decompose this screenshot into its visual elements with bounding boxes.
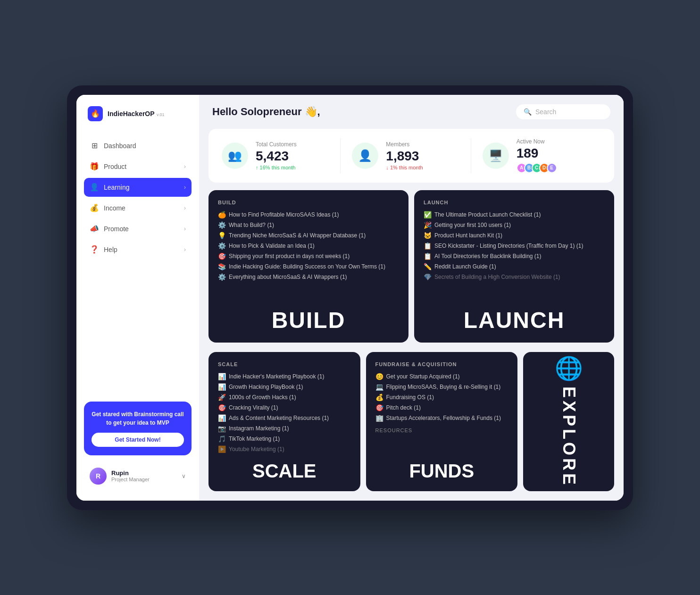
list-item: 💡Trending Niche MicroSaaS & AI Wrapper D… [218,232,399,239]
stat-members: 👤 Members 1,893 ↓ 1% this month [341,138,471,173]
income-icon: 💰 [90,203,99,213]
user-profile[interactable]: R Rupin Project Manager ∨ [84,463,192,489]
stat-total-customers: 👥 Total Customers 5,423 ↑ 16% this month [222,138,341,173]
promote-icon: 📣 [90,224,99,234]
funds-card[interactable]: FUNDRAISE & ACQUISITION 😊Get your Startu… [366,352,518,491]
active-avatars: A B C D E [517,163,554,173]
sidebar-cta: Get stared with Brainstorming call to ge… [84,402,192,455]
learning-chevron-icon: › [184,184,186,191]
device-frame: 🔥 IndieHackerOP v.01 ⊞ Dashboard 🎁 Pr [67,85,633,510]
list-item: 📊Indie Hacker's Marketing Playbook (1) [218,373,351,380]
list-item: ✅The Ultimate Product Launch Checklist (… [424,211,605,218]
product-icon: 🎁 [90,162,99,171]
learning-icon: 👤 [90,183,99,192]
search-bar[interactable]: 🔍 Search [516,104,610,119]
logo-icon: 🔥 [88,106,103,121]
list-item: 📊Ads & Content Marketing Resources (1) [218,414,351,422]
list-item: 💰Fundraising OS (1) [375,394,508,401]
active-value: 189 [517,147,554,160]
sidebar-item-income[interactable]: 💰 Income › [84,199,192,218]
logo-area: 🔥 IndieHackerOP v.01 [84,106,192,121]
list-item: ⚙️Everything about MicroSaaS & AI Wrappe… [218,273,399,281]
active-info: Active Now 189 A B C D E [517,138,554,173]
nav-menu: ⊞ Dashboard 🎁 Product › 👤 Learning [84,136,192,394]
active-label: Active Now [517,138,554,145]
get-started-button[interactable]: Get Started Now! [92,433,184,447]
sidebar-item-promote[interactable]: 📣 Promote › [84,219,192,238]
members-icon-wrap: 👤 [352,142,378,169]
top-bar: Hello Solopreneur 👋, 🔍 Search [199,95,624,129]
list-item: ✏️Reddit Launch Guide (1) [424,263,605,270]
product-chevron-icon: › [184,163,186,170]
list-item: 💻Flipping MicroSAAS, Buying & re-Selling… [375,383,508,391]
cta-text: Get stared with Brainstorming call to ge… [92,410,184,427]
sidebar-label-promote: Promote [104,225,129,233]
cards-grid-top: BUILD 🍊How to Find Profitable MicroSAAS … [199,190,624,352]
explore-content: 🌐 EXPLORE [555,355,583,487]
scale-big-label: SCALE [218,461,351,482]
members-value: 1,893 [386,150,423,163]
scale-card[interactable]: SCALE 📊Indie Hacker's Marketing Playbook… [208,352,360,491]
sidebar-item-dashboard[interactable]: ⊞ Dashboard [84,136,192,155]
list-item: 📊Growth Hacking PlayBook (1) [218,383,351,391]
members-label: Members [386,141,423,148]
launch-big-label: LAUNCH [424,307,605,333]
explore-card[interactable]: 🌐 EXPLORE [523,352,614,491]
search-icon: 🔍 [524,108,532,116]
list-item: RESOURCES [375,427,508,433]
explore-big-label: EXPLORE [559,386,579,487]
customers-info: Total Customers 5,423 ↑ 16% this month [256,141,297,170]
list-item: ▶️Youtube Marketing (1) [218,445,351,453]
list-item: 📋SEO Kickstarter - Listing Directories (… [424,242,605,250]
main-content: Hello Solopreneur 👋, 🔍 Search 👥 Total Cu… [199,95,624,501]
list-item: 🎉Getting your first 100 users (1) [424,221,605,229]
list-item: 🐱Product Hunt launch Kit (1) [424,232,605,239]
build-big-label: BUILD [218,307,399,333]
list-item: 🚀1000s of Growth Hacks (1) [218,394,351,401]
scale-card-title: SCALE [218,361,351,367]
user-info: Rupin Project Manager [111,469,177,482]
list-item: ⚙️What to Build? (1) [218,221,399,229]
launch-card-items: ✅The Ultimate Product Launch Checklist (… [424,211,605,298]
launch-card[interactable]: LAUNCH ✅The Ultimate Product Launch Chec… [414,190,614,343]
funds-card-title: FUNDRAISE & ACQUISITION [375,361,508,367]
list-item: 📋AI Tool Directories for Backlink Buildi… [424,252,605,260]
list-item: 🎯Pitch deck (1) [375,404,508,411]
members-info: Members 1,893 ↓ 1% this month [386,141,423,170]
sidebar-item-help[interactable]: ❓ Help › [84,240,192,259]
stat-active-now: 🖥️ Active Now 189 A B C D E [471,138,601,173]
avatar: R [90,468,107,485]
build-card-title: BUILD [218,200,399,205]
sidebar-label-product: Product [104,163,126,170]
app-version: v.01 [157,112,164,117]
user-name: Rupin [111,469,177,477]
user-role: Project Manager [111,477,177,482]
list-item: 💎Secrets of Building a High Conversion W… [424,273,605,281]
customers-icon-wrap: 👥 [222,142,248,169]
funds-card-items: 😊Get your Startup Acquired (1) 💻Flipping… [375,373,508,453]
scale-card-items: 📊Indie Hacker's Marketing Playbook (1) 📊… [218,373,351,453]
sidebar-item-learning[interactable]: 👤 Learning › [84,178,192,197]
list-item: 🏢Startups Accelerators, Fellowship & Fun… [375,414,508,422]
build-card-items: 🍊How to Find Profitable MicroSAAS Ideas … [218,211,399,298]
sidebar-item-product[interactable]: 🎁 Product › [84,157,192,176]
avatar-5: E [547,163,557,173]
customers-change: ↑ 16% this month [256,165,297,170]
search-placeholder: Search [535,108,556,116]
list-item: 🍊How to Find Profitable MicroSAAS Ideas … [218,211,399,218]
launch-card-title: LAUNCH [424,200,605,205]
app-name: IndieHackerOP [108,110,155,117]
list-item: ⚙️How to Pick & Validate an Idea (1) [218,242,399,250]
help-chevron-icon: › [184,246,186,253]
build-card[interactable]: BUILD 🍊How to Find Profitable MicroSAAS … [208,190,408,343]
active-icon-wrap: 🖥️ [483,142,509,169]
sidebar-label-help: Help [104,246,117,253]
sidebar-label-income: Income [104,204,125,212]
list-item: 🎯Shipping your first product in days not… [218,252,399,260]
globe-icon: 🌐 [555,355,583,382]
customers-value: 5,423 [256,150,297,163]
sidebar: 🔥 IndieHackerOP v.01 ⊞ Dashboard 🎁 Pr [76,95,199,501]
promote-chevron-icon: › [184,226,186,232]
help-icon: ❓ [90,245,99,254]
list-item: 🎯Cracking Virality (1) [218,404,351,411]
